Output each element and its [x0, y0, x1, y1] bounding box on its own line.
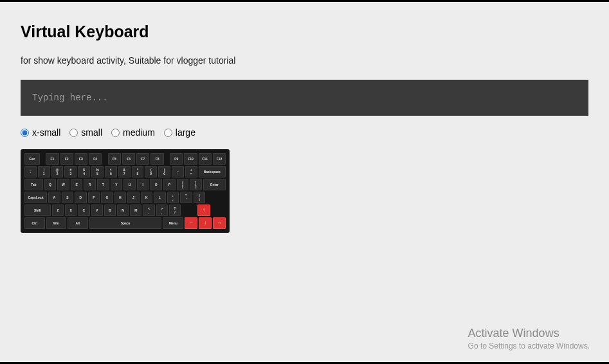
key-n[interactable]: N — [117, 205, 129, 216]
key-1[interactable]: !1 — [38, 166, 50, 177]
key-7[interactable]: &7 — [118, 166, 131, 177]
key-f7[interactable]: F7 — [136, 153, 149, 165]
key-3[interactable]: #3 — [64, 166, 77, 177]
key-ctrl[interactable]: Ctrl — [24, 217, 45, 229]
key-lbracket[interactable]: {[ — [177, 179, 189, 190]
key-z[interactable]: Z — [52, 205, 64, 216]
key-f3[interactable]: F3 — [75, 153, 87, 165]
key-f8[interactable]: F8 — [150, 153, 163, 165]
watermark-line1: Activate Windows — [468, 327, 590, 340]
key-arrow-up[interactable]: ↑ — [197, 205, 210, 216]
key-v[interactable]: V — [91, 205, 103, 216]
key-f9[interactable]: F9 — [170, 153, 183, 165]
key-f4[interactable]: F4 — [89, 153, 102, 165]
key-alt[interactable]: Alt — [68, 217, 88, 229]
key-f6[interactable]: F6 — [122, 153, 135, 165]
key-enter[interactable]: Enter — [203, 179, 226, 190]
key-space[interactable]: Space — [89, 217, 162, 229]
key-capslock[interactable]: CapsLock — [24, 192, 47, 203]
keyboard-row-a: CapsLock A S D F G H J K L :; "' |\ — [24, 192, 226, 203]
size-selector: x-small small medium large — [21, 127, 588, 138]
key-f12[interactable]: F12 — [213, 153, 226, 165]
key-quote[interactable]: "' — [180, 192, 192, 203]
key-0[interactable]: )0 — [158, 166, 170, 177]
size-label: medium — [123, 127, 155, 138]
key-f10[interactable]: F10 — [184, 153, 197, 165]
key-tab[interactable]: Tab — [24, 179, 43, 190]
size-option-medium[interactable]: medium — [111, 127, 155, 138]
windows-activation-watermark: Activate Windows Go to Settings to activ… — [468, 327, 590, 350]
key-win[interactable]: Win — [46, 217, 67, 229]
key-b[interactable]: B — [104, 205, 116, 216]
size-radio-large[interactable] — [164, 129, 172, 137]
key-period[interactable]: >. — [156, 205, 168, 216]
size-option-x-small[interactable]: x-small — [21, 127, 60, 138]
key-t[interactable]: T — [97, 179, 109, 190]
key-f11[interactable]: F11 — [199, 153, 212, 165]
key-esc[interactable]: Esc — [24, 153, 40, 165]
key-arrow-right[interactable]: → — [213, 217, 226, 229]
key-q[interactable]: Q — [44, 179, 57, 190]
key-2[interactable]: @2 — [51, 166, 64, 177]
key-h[interactable]: H — [114, 192, 127, 203]
key-m[interactable]: M — [130, 205, 141, 216]
keyboard-row-q: Tab Q W E R T Y U I O P {[ }] Enter — [24, 179, 226, 190]
key-f5[interactable]: F5 — [108, 153, 121, 165]
watermark-line2: Go to Settings to activate Windows. — [468, 341, 590, 350]
key-minus[interactable]: _- — [172, 166, 184, 177]
key-rbracket[interactable]: }] — [190, 179, 202, 190]
key-c[interactable]: C — [78, 205, 89, 216]
size-option-large[interactable]: large — [164, 127, 195, 138]
key-d[interactable]: D — [75, 192, 87, 203]
key-l[interactable]: L — [154, 192, 166, 203]
keyboard-row-bottom: Ctrl Win Alt Space Menu ← ↓ → — [24, 217, 226, 229]
key-k[interactable]: K — [141, 192, 153, 203]
key-5[interactable]: %5 — [91, 166, 104, 177]
key-r[interactable]: R — [84, 179, 96, 190]
key-arrow-left[interactable]: ← — [185, 217, 197, 229]
key-comma[interactable]: <, — [143, 205, 154, 216]
size-option-small[interactable]: small — [69, 127, 102, 138]
key-i[interactable]: I — [137, 179, 149, 190]
size-label: small — [81, 127, 102, 138]
size-radio-x-small[interactable] — [21, 129, 29, 137]
key-o[interactable]: O — [150, 179, 162, 190]
key-s[interactable]: S — [62, 192, 74, 203]
key-6[interactable]: ^6 — [105, 166, 117, 177]
key-8[interactable]: *8 — [132, 166, 144, 177]
key-e[interactable]: E — [71, 179, 83, 190]
size-label: x-small — [32, 127, 60, 138]
page-subtitle: for show keyboard activity, Suitable for… — [21, 55, 588, 66]
key-a[interactable]: A — [48, 192, 60, 203]
key-4[interactable]: $4 — [78, 166, 90, 177]
key-semicolon[interactable]: :; — [167, 192, 179, 203]
virtual-keyboard: Esc F1 F2 F3 F4 F5 F6 F7 F8 F9 F10 F11 F… — [21, 149, 230, 233]
key-f[interactable]: F — [88, 192, 100, 203]
key-shift[interactable]: Shift — [24, 205, 51, 216]
key-backspace[interactable]: Backspace — [199, 166, 226, 177]
key-9[interactable]: (9 — [145, 166, 157, 177]
size-label: large — [176, 127, 195, 138]
key-menu[interactable]: Menu — [163, 217, 183, 229]
key-u[interactable]: U — [123, 179, 136, 190]
key-backtick[interactable]: ~` — [24, 166, 37, 177]
key-f1[interactable]: F1 — [46, 153, 59, 165]
key-x[interactable]: X — [65, 205, 77, 216]
keyboard-row-num: ~` !1 @2 #3 $4 %5 ^6 &7 *8 (9 )0 _- += B… — [24, 166, 226, 177]
keyboard-row-z: Shift Z X C V B N M <, >. ?/ ↑ — [24, 205, 226, 216]
key-backslash[interactable]: |\ — [194, 192, 206, 203]
page-title: Virtual Keyboard — [21, 23, 588, 41]
keyboard-row-fn: Esc F1 F2 F3 F4 F5 F6 F7 F8 F9 F10 F11 F… — [24, 153, 226, 165]
key-y[interactable]: Y — [111, 179, 123, 190]
key-j[interactable]: J — [127, 192, 140, 203]
key-p[interactable]: P — [163, 179, 176, 190]
key-g[interactable]: G — [101, 192, 113, 203]
size-radio-small[interactable] — [69, 129, 78, 137]
key-equals[interactable]: += — [185, 166, 197, 177]
typing-input[interactable] — [21, 80, 588, 116]
key-arrow-down[interactable]: ↓ — [199, 217, 212, 229]
key-f2[interactable]: F2 — [60, 153, 73, 165]
key-slash[interactable]: ?/ — [169, 205, 181, 216]
size-radio-medium[interactable] — [111, 129, 120, 137]
key-w[interactable]: W — [57, 179, 69, 190]
